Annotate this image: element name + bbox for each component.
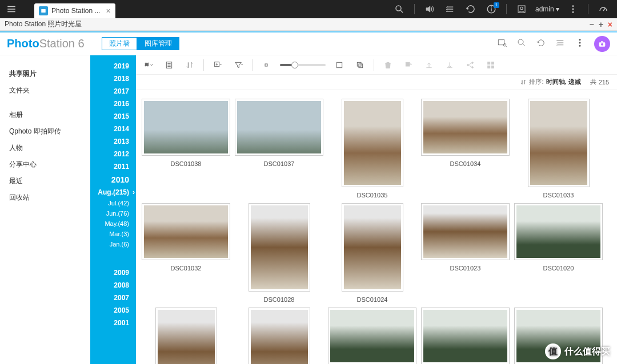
view-mode-dropdown[interactable]: 刻 — [142, 58, 155, 72]
sort-value[interactable]: 时间轴, 递减 — [546, 78, 581, 86]
thumbnail-item[interactable]: DSC01020 — [514, 203, 603, 272]
more-button[interactable] — [564, 0, 582, 18]
user-avatar[interactable] — [594, 36, 610, 52]
thumbnail-item[interactable] — [328, 308, 416, 364]
thumbnail-image[interactable] — [421, 308, 510, 364]
timeline-year-current[interactable]: 2010 — [90, 173, 133, 187]
filter-button[interactable] — [231, 58, 245, 72]
timeline-year[interactable]: 2001 — [90, 317, 133, 329]
timeline-year[interactable]: 2008 — [90, 279, 133, 292]
grid-button[interactable] — [484, 58, 498, 72]
tasks-button-2[interactable] — [555, 38, 566, 50]
thumbnail-image[interactable] — [528, 99, 590, 187]
thumbnail-item[interactable] — [421, 308, 510, 364]
sidebar-shared-photos[interactable]: 共享照片 — [9, 66, 81, 82]
timeline-month-active[interactable]: Aug.(215) — [90, 187, 133, 198]
thumbnail-image[interactable] — [342, 203, 403, 292]
tab-close-icon[interactable]: × — [106, 6, 110, 15]
sidebar-people[interactable]: 人物 — [9, 140, 81, 156]
timeline-year[interactable]: 2018 — [90, 72, 133, 85]
timeline-month[interactable]: Jul.(42) — [90, 198, 133, 208]
thumbnail-item[interactable]: DSC01032 — [142, 203, 230, 272]
thumbnail-image[interactable] — [142, 99, 230, 156]
sidebar-trash[interactable]: 回收站 — [9, 189, 81, 206]
move-button[interactable] — [402, 58, 415, 72]
share-button[interactable] — [463, 58, 477, 72]
volume-button[interactable] — [420, 0, 439, 18]
app-tab[interactable]: Photo Station ... × — [34, 3, 115, 18]
timeline-year[interactable]: 2015 — [90, 110, 133, 123]
info-button[interactable]: 1 — [482, 0, 500, 18]
sidebar-album[interactable]: 相册 — [9, 107, 81, 123]
list-view-button[interactable] — [162, 58, 176, 72]
svg-rect-0 — [41, 9, 46, 13]
timeline-year[interactable]: 2014 — [90, 123, 133, 135]
refresh-button[interactable] — [462, 0, 480, 18]
thumbnail-image[interactable] — [342, 99, 403, 187]
thumbnail-item[interactable] — [235, 308, 323, 364]
more-button-2[interactable] — [575, 38, 585, 50]
thumbnail-grid[interactable]: DSC01038DSC01037DSC01035DSC01034DSC01033… — [136, 90, 617, 364]
thumbnail-image[interactable] — [249, 308, 310, 364]
timeline-year[interactable]: 2011 — [90, 160, 133, 173]
search-button-2[interactable] — [516, 38, 527, 50]
thumbnail-item[interactable] — [142, 308, 230, 364]
thumbnail-image[interactable] — [514, 203, 603, 260]
timeline-month[interactable]: Jun.(76) — [90, 208, 133, 219]
thumbnail-item[interactable]: DSC01028 — [235, 203, 323, 303]
user-menu[interactable]: admin ▾ — [533, 5, 562, 13]
thumbnail-item[interactable]: DSC01034 — [421, 99, 510, 167]
menu-button[interactable] — [0, 4, 23, 14]
thumbnail-image[interactable] — [328, 308, 416, 364]
timeline-year[interactable]: 2013 — [90, 135, 133, 148]
timeline-year[interactable]: 2019 — [90, 60, 133, 72]
thumbnail-image[interactable] — [235, 99, 323, 156]
timeline-year[interactable]: 2009 — [90, 266, 133, 279]
timeline-month[interactable]: Jan.(6) — [90, 239, 133, 249]
thumbnail-item[interactable]: DSC01033 — [514, 99, 603, 199]
timeline-year[interactable]: 2007 — [90, 292, 133, 304]
sort-button[interactable] — [183, 58, 197, 72]
thumbnail-item[interactable]: DSC01035 — [328, 99, 416, 199]
thumbnail-item[interactable]: DSC01023 — [421, 203, 510, 272]
svg-point-19 — [579, 45, 580, 46]
delete-button[interactable] — [381, 58, 395, 72]
sidebar-share-center[interactable]: 分享中心 — [9, 156, 81, 173]
divider — [506, 4, 507, 14]
thumbnail-image[interactable] — [155, 308, 217, 364]
user-icon-button[interactable] — [512, 0, 531, 18]
window-minimize[interactable]: − — [589, 20, 594, 29]
image-search-button[interactable] — [497, 38, 507, 50]
thumbnail-item[interactable]: DSC01037 — [235, 99, 323, 167]
thumbnail-item[interactable]: DSC01038 — [142, 99, 230, 167]
thumbnail-size-slider[interactable] — [280, 64, 326, 66]
upload-button[interactable] — [422, 58, 436, 72]
tab-photo-wall[interactable]: 照片墙 — [102, 37, 137, 50]
thumbnail-image[interactable] — [421, 203, 510, 260]
window-maximize[interactable]: + — [599, 20, 603, 29]
size-large-button[interactable] — [332, 58, 346, 72]
sidebar-folder[interactable]: 文件夹 — [9, 82, 81, 99]
refresh-button-2[interactable] — [536, 38, 546, 50]
timeline-year[interactable]: 2016 — [90, 98, 133, 110]
sidebar-recent[interactable]: 最近 — [9, 173, 81, 189]
add-button[interactable] — [211, 58, 225, 72]
window-close[interactable]: × — [608, 20, 612, 29]
thumbnail-image[interactable] — [421, 99, 510, 156]
thumbnail-item[interactable]: DSC01024 — [328, 203, 416, 303]
tab-gallery-manage[interactable]: 图库管理 — [137, 37, 179, 50]
search-button[interactable] — [390, 0, 408, 18]
timeline-year[interactable]: 2005 — [90, 304, 133, 317]
timeline-year[interactable]: 2017 — [90, 85, 133, 98]
download-button[interactable] — [443, 58, 456, 72]
timeline-month[interactable]: Mar.(3) — [90, 229, 133, 239]
timeline-year[interactable]: 2012 — [90, 148, 133, 160]
sidebar-qphoto[interactable]: Qphoto 即拍即传 — [9, 123, 81, 140]
thumbnail-image[interactable] — [142, 203, 230, 260]
timeline-month[interactable]: May.(48) — [90, 219, 133, 229]
dashboard-button[interactable] — [594, 0, 612, 18]
size-small-button[interactable] — [259, 58, 273, 72]
tasks-button[interactable] — [441, 0, 459, 18]
copy-button[interactable] — [353, 58, 367, 72]
thumbnail-image[interactable] — [249, 203, 310, 292]
